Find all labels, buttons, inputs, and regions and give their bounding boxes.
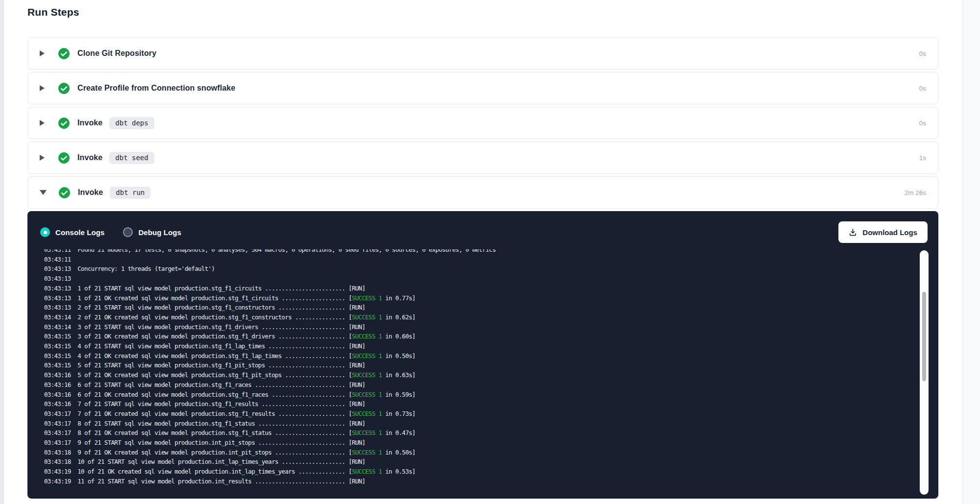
step-success-check-icon (58, 117, 70, 129)
download-logs-label: Download Logs (862, 228, 917, 237)
log-line: 03:43:15 4 of 21 OK created sql view mod… (44, 351, 904, 361)
step-row[interactable]: Invoke dbt run 2m 26s (27, 176, 938, 209)
log-type-radio-group: Console Logs Debug Logs (40, 227, 200, 237)
log-type-option[interactable]: Debug Logs (123, 227, 181, 237)
expand-caret-icon[interactable] (40, 85, 45, 91)
log-line: 03:43:16 5 of 21 OK created sql view mod… (44, 370, 904, 380)
expand-caret-icon[interactable] (40, 190, 47, 195)
page-title: Run Steps (27, 5, 938, 19)
step-command-badge: dbt run (110, 187, 150, 199)
log-line: 03:43:19 10 of 21 OK created sql view mo… (44, 467, 904, 477)
log-success-tag: SUCCESS 1 (352, 410, 382, 417)
log-success-tag: SUCCESS 1 (352, 391, 382, 398)
page-right-gutter (962, 0, 980, 504)
log-success-tag: SUCCESS 1 (352, 313, 382, 321)
console-scrollbar-thumb[interactable] (922, 292, 926, 381)
expand-caret-icon[interactable] (40, 155, 45, 161)
log-success-tag: SUCCESS 1 (352, 468, 382, 475)
log-line: 03:43:15 5 of 21 START sql view model pr… (44, 360, 904, 370)
log-type-option-label: Debug Logs (138, 228, 181, 237)
step-command-badge: dbt seed (109, 152, 154, 164)
expand-caret-icon[interactable] (40, 120, 45, 126)
step-label: Clone Git Repository (77, 49, 156, 58)
log-line: 03:43:11 (44, 255, 904, 264)
step-row[interactable]: Create Profile from Connection snowflake… (27, 72, 938, 104)
step-row[interactable]: Invoke dbt seed 1s (27, 142, 938, 174)
log-line: 03:43:13 1 of 21 START sql view model pr… (44, 284, 904, 293)
step-command-badge: dbt deps (109, 117, 154, 129)
log-line: 03:43:17 9 of 21 START sql view model pr… (44, 438, 904, 448)
log-success-tag: SUCCESS 1 (352, 352, 382, 360)
step-duration: 0s (919, 120, 926, 127)
log-line: 03:43:18 10 of 21 START sql view model p… (44, 457, 904, 467)
log-line: 03:43:19 11 of 21 START sql view model p… (44, 477, 904, 486)
step-row[interactable]: Clone Git Repository 0s (27, 37, 938, 70)
console-log-output[interactable]: 03:43:11 Found 21 models, 17 tests, 0 sn… (27, 249, 938, 495)
step-label: Invoke (77, 119, 102, 127)
step-duration: 1s (919, 154, 926, 162)
log-line: 03:43:17 8 of 21 START sql view model pr… (44, 419, 904, 429)
log-line: 03:43:13 (44, 274, 904, 284)
step-success-check-icon (58, 82, 70, 95)
step-success-check-icon (58, 152, 70, 164)
console-scrollbar[interactable] (920, 250, 929, 495)
console-toolbar: Console Logs Debug Logs Download Logs (27, 211, 938, 249)
step-label: Create Profile from Connection snowflake (77, 84, 235, 93)
log-line: 03:43:13 2 of 21 START sql view model pr… (44, 303, 904, 312)
run-steps-panel: Run Steps Clone Git Repository 0s Create… (27, 0, 938, 499)
step-success-check-icon (58, 187, 71, 199)
log-line: 03:43:14 2 of 21 OK created sql view mod… (44, 312, 904, 322)
log-line: 03:43:15 3 of 21 OK created sql view mod… (44, 332, 904, 341)
steps-list: Clone Git Repository 0s Create Profile f… (27, 37, 938, 209)
log-type-option[interactable]: Console Logs (40, 227, 104, 237)
step-label: Invoke (78, 188, 103, 197)
page-left-gutter (0, 0, 4, 504)
log-line: 03:43:15 4 of 21 START sql view model pr… (44, 341, 904, 351)
log-success-tag: SUCCESS 1 (352, 333, 382, 340)
step-row[interactable]: Invoke dbt deps 0s (27, 107, 938, 139)
download-logs-button[interactable]: Download Logs (838, 221, 928, 243)
log-line: 03:43:14 3 of 21 START sql view model pr… (44, 322, 904, 332)
log-success-tag: SUCCESS 1 (352, 449, 382, 456)
log-line: 03:43:13 Concurrency: 1 threads (target=… (44, 264, 904, 274)
log-type-option-label: Console Logs (55, 228, 104, 237)
step-duration: 0s (919, 85, 926, 92)
step-duration: 2m 26s (905, 189, 926, 196)
log-line: 03:43:16 6 of 21 START sql view model pr… (44, 380, 904, 390)
log-line: 03:43:18 9 of 21 OK created sql view mod… (44, 448, 904, 457)
log-success-tag: SUCCESS 1 (352, 371, 382, 379)
log-line: 03:43:11 Found 21 models, 17 tests, 0 sn… (44, 249, 904, 255)
log-success-tag: SUCCESS 1 (352, 294, 382, 302)
log-line: 03:43:17 8 of 21 OK created sql view mod… (44, 428, 904, 438)
radio-icon[interactable] (123, 227, 133, 237)
log-success-tag: SUCCESS 1 (352, 429, 382, 436)
log-line: 03:43:13 1 of 21 OK created sql view mod… (44, 293, 904, 303)
step-duration: 0s (919, 50, 926, 57)
console-panel: Console Logs Debug Logs Download Logs 03… (27, 211, 938, 499)
step-success-check-icon (58, 48, 70, 60)
step-label: Invoke (77, 153, 102, 162)
radio-icon[interactable] (40, 227, 50, 237)
log-line: 03:43:16 7 of 21 START sql view model pr… (44, 399, 904, 409)
log-line: 03:43:17 7 of 21 OK created sql view mod… (44, 409, 904, 419)
download-icon (849, 228, 857, 237)
expand-caret-icon[interactable] (40, 50, 45, 56)
log-line: 03:43:16 6 of 21 OK created sql view mod… (44, 390, 904, 400)
